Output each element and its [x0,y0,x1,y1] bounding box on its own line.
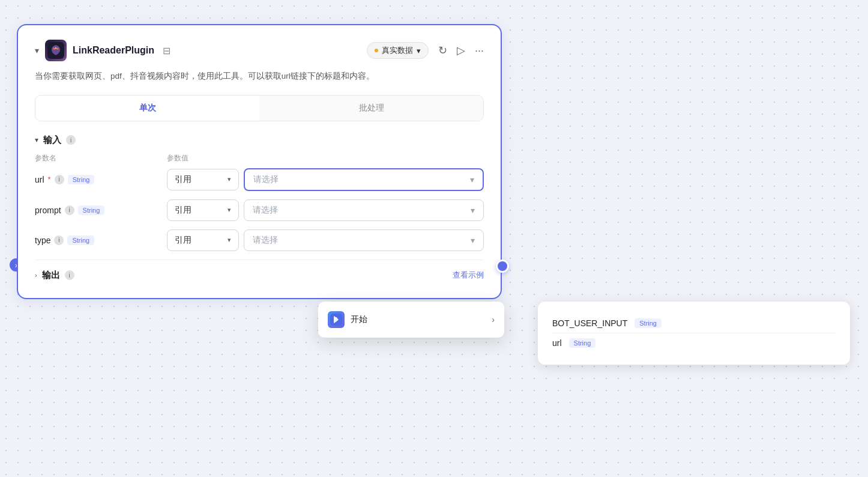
node-type-url: String [569,338,596,348]
plugin-card: ▾ LinkReaderPlugin ⊟ 真实数据 [17,24,502,299]
param-row-url: url * i String 引用 ▾ 请选择 ▾ [35,168,484,191]
param-name-area-type: type i String [35,235,161,245]
plugin-icon [45,40,67,61]
param-value-arrow-url: ▾ [470,175,474,184]
node-row-url[interactable]: url String [552,333,836,353]
output-section-left: › 输出 i [35,270,74,281]
more-icon[interactable]: ··· [475,44,484,57]
dropdown-item-label-start: 开始 [351,314,367,325]
svg-point-1 [53,47,55,49]
param-value-arrow-prompt: ▾ [471,205,475,215]
param-type-url: String [68,175,95,184]
param-value-placeholder-url: 请选择 [253,174,279,185]
card-header: ▾ LinkReaderPlugin ⊟ 真实数据 [35,40,484,61]
param-name-url: url [35,175,44,184]
svg-point-4 [335,317,337,320]
plugin-title: LinkReaderPlugin [73,45,154,56]
param-ref-label-type: 引用 [175,235,191,246]
param-ref-label-prompt: 引用 [175,205,191,216]
param-name-area-prompt: prompt i String [35,205,161,215]
input-section-header: ▾ 输入 i [35,135,484,146]
node-name-url: url [552,338,562,348]
param-ref-select-prompt[interactable]: 引用 ▾ [167,199,239,221]
params-value-header: 参数值 [167,153,484,163]
input-section-title: 输入 [43,135,61,146]
param-ref-select-url[interactable]: 引用 ▾ [167,169,239,190]
param-name-type: type [35,235,50,245]
param-type-prompt: String [78,205,105,215]
input-info-icon[interactable]: i [66,135,76,145]
node-row-bot-input[interactable]: BOT_USER_INPUT String [552,314,836,333]
svg-point-2 [57,47,59,49]
node-name-bot-input: BOT_USER_INPUT [552,318,627,328]
plugin-description: 当你需要获取网页、pdf、抖音视频内容时，使用此工具。可以获取url链接下的标题… [35,70,484,83]
param-row-prompt: prompt i String 引用 ▾ 请选择 ▾ [35,199,484,221]
param-ref-arrow-type: ▾ [228,236,231,244]
play-icon[interactable]: ▷ [457,44,465,57]
param-name-prompt: prompt [35,205,61,215]
output-expand-icon[interactable]: › [35,272,37,279]
param-name-area-url: url * i String [35,175,161,184]
param-value-select-prompt[interactable]: 请选择 ▾ [244,199,484,221]
header-right: 真实数据 ▾ ↻ ▷ ··· [367,42,484,59]
param-ref-select-type[interactable]: 引用 ▾ [167,229,239,251]
param-required-url: * [48,175,51,184]
save-icon[interactable]: ⊟ [163,45,170,56]
param-value-arrow-type: ▾ [471,235,475,245]
params-header: 参数名 参数值 [35,153,484,168]
output-section: › 输出 i 查看示例 [35,260,484,281]
right-connector[interactable] [496,260,509,273]
param-type-type: String [67,235,94,245]
node-type-bot-input: String [634,318,662,328]
input-section: ▾ 输入 i 参数名 参数值 url * i String 引用 [35,135,484,251]
dropdown-item-arrow-start: › [492,315,495,324]
param-info-url[interactable]: i [55,175,64,184]
dropdown-item-start[interactable]: 开始 › [318,305,504,334]
output-section-title: 输出 [42,270,60,281]
view-example-button[interactable]: 查看示例 [453,270,484,281]
data-badge-dot [375,49,378,52]
param-value-select-type[interactable]: 请选择 ▾ [244,229,484,251]
param-ref-arrow-prompt: ▾ [228,206,231,214]
header-left: ▾ LinkReaderPlugin ⊟ [35,40,170,61]
dropdown-popup: 开始 › [318,302,504,338]
collapse-icon[interactable]: ▾ [35,46,39,55]
refresh-icon[interactable]: ↻ [438,44,447,57]
param-controls-prompt: 引用 ▾ 请选择 ▾ [167,199,484,221]
param-value-select-url[interactable]: 请选择 ▾ [244,168,484,191]
param-ref-label-url: 引用 [175,174,191,185]
output-info-icon[interactable]: i [65,270,74,280]
param-info-type[interactable]: i [54,235,64,245]
param-ref-arrow-url: ▾ [228,175,231,183]
param-info-prompt[interactable]: i [65,205,74,215]
param-value-placeholder-prompt: 请选择 [253,205,278,216]
tabs-container: 单次 批处理 [35,95,484,121]
tab-single[interactable]: 单次 [35,96,259,121]
node-card: BOT_USER_INPUT String url String [538,302,850,365]
dropdown-item-icon-start [328,311,345,328]
tab-batch[interactable]: 批处理 [259,96,483,121]
data-badge-arrow: ▾ [417,46,421,55]
param-controls-type: 引用 ▾ 请选择 ▾ [167,229,484,251]
data-badge-label: 真实数据 [382,45,413,56]
param-controls-url: 引用 ▾ 请选择 ▾ [167,168,484,191]
params-name-header: 参数名 [35,153,167,163]
param-row-type: type i String 引用 ▾ 请选择 ▾ [35,229,484,251]
data-badge[interactable]: 真实数据 ▾ [367,42,429,59]
input-collapse-icon[interactable]: ▾ [35,136,38,144]
param-value-placeholder-type: 请选择 [253,235,278,246]
